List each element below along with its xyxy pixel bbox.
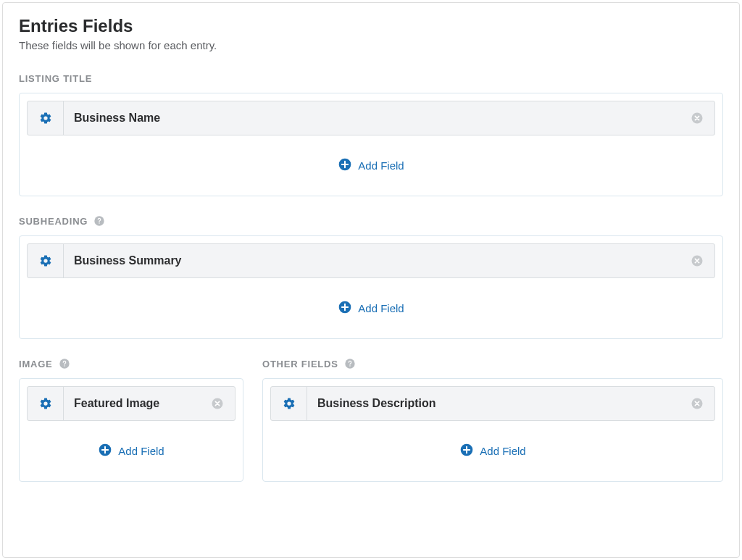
section-label-text: OTHER FIELDS xyxy=(262,359,338,369)
add-field-label: Add Field xyxy=(480,445,525,457)
close-icon[interactable] xyxy=(680,244,714,277)
field-chip-label: Featured Image xyxy=(64,387,200,420)
gear-icon[interactable] xyxy=(28,387,64,420)
page-title: Entries Fields xyxy=(19,16,723,36)
field-chip-label: Business Summary xyxy=(64,244,680,277)
add-field-label: Add Field xyxy=(358,302,404,314)
page-subtitle: These fields will be shown for each entr… xyxy=(19,39,723,51)
section-image: IMAGE Featured Image Add Field xyxy=(19,358,243,482)
close-icon[interactable] xyxy=(200,387,235,420)
close-icon[interactable] xyxy=(680,101,714,135)
row-image-other: IMAGE Featured Image Add Field OTHER FIE… xyxy=(19,358,723,501)
gear-icon[interactable] xyxy=(271,387,307,420)
add-field-label: Add Field xyxy=(358,159,404,172)
section-other-fields: OTHER FIELDS Business Description Add Fi… xyxy=(262,358,723,482)
field-chip-business-name[interactable]: Business Name xyxy=(27,101,715,135)
section-label-text: IMAGE xyxy=(19,359,53,369)
drop-area-listing-title[interactable]: Business Name Add Field xyxy=(19,93,723,196)
plus-icon xyxy=(459,443,474,459)
entries-fields-panel: Entries Fields These fields will be show… xyxy=(2,2,740,558)
section-subheading: SUBHEADING Business Summary Add Field xyxy=(19,215,723,339)
plus-icon xyxy=(98,443,112,459)
field-chip-label: Business Name xyxy=(64,101,680,135)
gear-icon[interactable] xyxy=(28,244,64,277)
add-field-label: Add Field xyxy=(118,445,164,457)
gear-icon[interactable] xyxy=(28,101,64,135)
help-icon[interactable] xyxy=(59,358,70,369)
section-label-image: IMAGE xyxy=(19,358,243,369)
add-field-button[interactable]: Add Field xyxy=(27,135,715,188)
drop-area-image[interactable]: Featured Image Add Field xyxy=(19,378,243,482)
drop-area-subheading[interactable]: Business Summary Add Field xyxy=(19,235,723,339)
field-chip-featured-image[interactable]: Featured Image xyxy=(27,386,235,421)
help-icon[interactable] xyxy=(344,358,356,369)
drop-area-other-fields[interactable]: Business Description Add Field xyxy=(262,378,723,482)
add-field-button[interactable]: Add Field xyxy=(27,421,235,474)
close-icon[interactable] xyxy=(680,387,714,420)
plus-icon xyxy=(338,157,352,174)
add-field-button[interactable]: Add Field xyxy=(270,421,715,474)
section-label-text: SUBHEADING xyxy=(19,216,88,227)
field-chip-business-summary[interactable]: Business Summary xyxy=(27,243,715,278)
field-chip-label: Business Description xyxy=(307,387,680,420)
section-label-listing-title: LISTING TITLE xyxy=(19,73,723,84)
add-field-button[interactable]: Add Field xyxy=(27,278,715,331)
section-label-text: LISTING TITLE xyxy=(19,73,92,84)
field-chip-business-description[interactable]: Business Description xyxy=(270,386,715,421)
section-listing-title: LISTING TITLE Business Name Add Field xyxy=(19,73,723,196)
help-icon[interactable] xyxy=(93,215,105,227)
section-label-subheading: SUBHEADING xyxy=(19,215,723,227)
plus-icon xyxy=(338,300,352,317)
section-label-other-fields: OTHER FIELDS xyxy=(262,358,723,369)
